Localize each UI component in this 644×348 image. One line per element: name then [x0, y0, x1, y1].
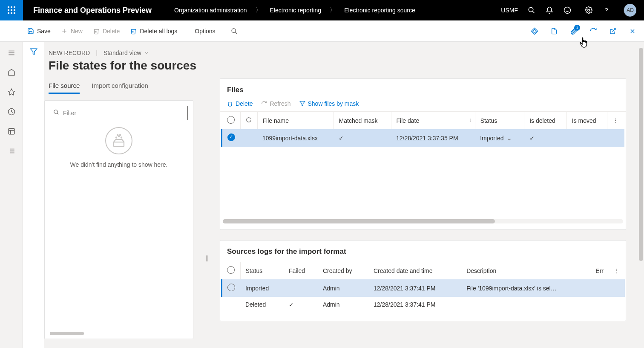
breadcrumb: Organization administration 〉 Electronic… [162, 6, 427, 14]
filter-pane-toggle[interactable] [30, 48, 37, 348]
view-selector[interactable]: Standard view [104, 49, 149, 56]
col-status[interactable]: Status [240, 262, 284, 279]
empty-text: We didn't find anything to show here. [50, 161, 188, 168]
sort-down-icon: ↓ [469, 117, 472, 123]
horizontal-scrollbar[interactable] [50, 332, 84, 335]
logs-table: Status Failed Created by Created date an… [221, 262, 625, 312]
nav-hamburger[interactable] [3, 44, 20, 61]
cell-created-dt: 12/28/2021 3:37:41 PM [368, 279, 461, 297]
page-icon[interactable] [547, 24, 561, 38]
attachments-button[interactable]: 1 [566, 24, 581, 38]
table-row[interactable]: Deleted ✓ Admin 12/28/2021 3:37:41 PM [222, 297, 625, 312]
nav-workspaces[interactable] [3, 123, 20, 140]
gear-icon[interactable] [584, 6, 593, 14]
table-row[interactable]: 1099import-data.xlsx ✓ 12/28/2021 3:37:3… [222, 129, 624, 147]
nav-recent[interactable] [3, 103, 20, 120]
col-file-name[interactable]: File name [257, 112, 334, 129]
col-select[interactable] [222, 262, 241, 279]
files-delete-button[interactable]: Delete [227, 100, 253, 107]
chevron-down-icon: ⌄ [507, 135, 512, 142]
row-select-checkbox[interactable] [227, 133, 235, 141]
breadcrumb-er-source[interactable]: Electronic reporting source [344, 7, 415, 14]
refresh-icon [246, 117, 252, 123]
help-icon[interactable] [602, 6, 611, 14]
company-code[interactable]: USMF [501, 7, 518, 14]
nav-home[interactable] [3, 64, 20, 81]
trash-icon [130, 28, 137, 35]
file-source-panel: We didn't find anything to show here. [44, 100, 193, 339]
col-refresh[interactable] [240, 112, 257, 129]
svg-point-36 [120, 134, 121, 135]
tab-file-source[interactable]: File source [49, 78, 80, 94]
refresh-icon [589, 27, 597, 35]
files-show-mask-button[interactable]: Show files by mask [299, 100, 359, 107]
table-row[interactable]: Imported Admin 12/28/2021 3:37:41 PM Fil… [222, 279, 625, 297]
cell-status: Imported [240, 279, 284, 297]
col-matched-mask[interactable]: Matched mask [334, 112, 391, 129]
delete-all-logs-button[interactable]: Delete all logs [126, 25, 181, 37]
col-failed[interactable]: Failed [284, 262, 318, 279]
col-is-deleted[interactable]: Is deleted [524, 112, 567, 129]
avatar[interactable]: AD [624, 4, 636, 17]
scroll-thumb[interactable] [223, 219, 495, 223]
svg-point-35 [117, 134, 118, 135]
split-handle[interactable]: ‖ [203, 177, 210, 339]
row-select-checkbox[interactable] [227, 284, 235, 291]
close-button[interactable] [625, 24, 640, 38]
delete-button[interactable]: Delete [89, 25, 124, 37]
diamond-icon[interactable] [527, 24, 542, 38]
select-all-circle[interactable] [227, 116, 235, 124]
delete-all-logs-label: Delete all logs [140, 28, 177, 35]
breadcrumb-org-admin[interactable]: Organization administration [174, 7, 247, 14]
breadcrumb-er[interactable]: Electronic reporting [270, 7, 322, 14]
app-title: Finance and Operations Preview [23, 0, 162, 20]
smile-icon[interactable] [563, 6, 572, 14]
cell-status[interactable]: Imported⌄ [475, 129, 524, 147]
col-created-by[interactable]: Created by [318, 262, 368, 279]
logs-panel: Sources logs for the import format Statu… [220, 240, 626, 321]
select-all-circle[interactable] [227, 266, 235, 274]
scroll-thumb[interactable] [639, 48, 643, 261]
action-search-button[interactable] [227, 25, 242, 37]
svg-line-31 [57, 113, 59, 115]
options-button[interactable]: Options [190, 25, 219, 37]
vertical-scrollbar[interactable] [638, 42, 644, 348]
files-delete-label: Delete [236, 100, 253, 107]
cell-file-name[interactable]: 1099import-data.xlsx [257, 129, 334, 147]
col-created-dt[interactable]: Created date and time [368, 262, 461, 279]
cell-failed [284, 279, 318, 297]
col-is-moved[interactable]: Is moved [566, 112, 607, 129]
svg-point-10 [232, 29, 236, 32]
plus-icon [61, 28, 68, 35]
cell-description [461, 297, 590, 312]
col-more[interactable]: ⋮ [607, 112, 624, 129]
nav-modules[interactable] [3, 142, 20, 160]
app-launcher[interactable] [0, 0, 23, 20]
check-icon: ✓ [339, 135, 344, 142]
col-more[interactable]: ⋮ [609, 262, 625, 279]
refresh-icon [261, 101, 267, 107]
nav-favorites[interactable] [3, 84, 20, 101]
col-err[interactable]: Err [590, 262, 609, 279]
tab-import-config[interactable]: Import configuration [92, 78, 148, 94]
horizontal-scrollbar[interactable] [223, 219, 623, 223]
col-status[interactable]: Status [475, 112, 524, 129]
new-button[interactable]: New [57, 25, 87, 37]
save-button[interactable]: Save [23, 25, 55, 37]
action-bar: Save New Delete Delete all logs Options … [0, 20, 644, 42]
search-icon[interactable] [527, 6, 536, 14]
divider [186, 24, 186, 38]
files-refresh-button[interactable]: Refresh [261, 100, 290, 107]
filter-input[interactable] [50, 106, 188, 120]
save-label: Save [37, 28, 51, 35]
bell-icon[interactable] [545, 6, 554, 14]
record-label: NEW RECORD [49, 49, 90, 56]
refresh-button[interactable] [586, 24, 601, 38]
check-icon: ✓ [529, 135, 535, 142]
popout-button[interactable] [606, 24, 620, 38]
topbar-right: USMF AD [501, 4, 644, 17]
col-file-date[interactable]: File date↓ [391, 112, 475, 129]
svg-point-32 [116, 137, 117, 138]
col-description[interactable]: Description [461, 262, 590, 279]
col-select[interactable] [222, 112, 241, 129]
